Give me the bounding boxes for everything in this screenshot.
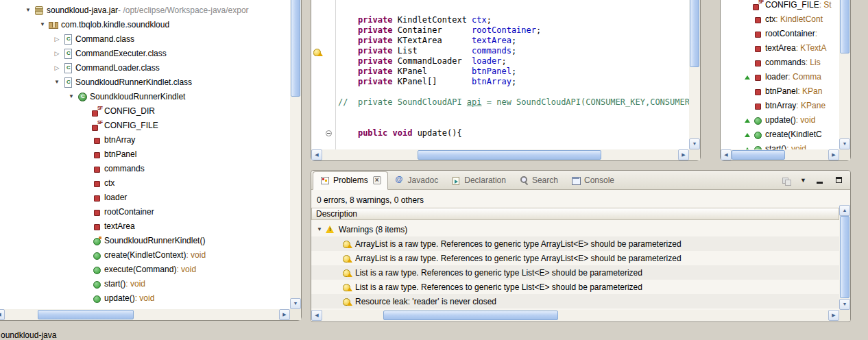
return-type-label: : void — [135, 293, 155, 303]
horizontal-scrollbar[interactable]: ◀ ▶ — [311, 149, 689, 160]
horizontal-scrollbar[interactable]: ◀ ▶ — [311, 310, 839, 321]
outline-item[interactable]: rootContainer : — [721, 26, 839, 40]
problem-row[interactable]: Resource leak: 'reader' is never closed — [311, 294, 839, 308]
scrollbar-thumb[interactable] — [38, 310, 134, 319]
tree-item[interactable]: ▷Command.class — [0, 32, 289, 46]
outline-item[interactable]: update() : void — [721, 112, 839, 127]
tree-item[interactable]: ▷CommandLoader.class — [0, 60, 289, 75]
tab-javadoc[interactable]: Javadoc — [388, 171, 445, 189]
outline-item[interactable]: ctx : KindletCont — [721, 12, 839, 26]
tree-item[interactable]: ▼SoundkloudRunnerKindlet — [0, 89, 289, 104]
description-column-header[interactable]: Description — [311, 208, 839, 220]
tree-item[interactable]: btnArray — [0, 132, 289, 147]
scroll-right-button[interactable]: ▶ — [678, 149, 689, 160]
outline-item[interactable]: CONFIG_FILE : St — [721, 0, 839, 12]
minimize-icon[interactable] — [815, 175, 825, 186]
tree-item[interactable]: ▼com.tbqlob.kindle.soundkloud — [0, 17, 289, 32]
problem-row[interactable]: List is a raw type. References to generi… — [311, 280, 839, 294]
scroll-down-button[interactable]: ▼ — [839, 138, 850, 149]
tree-item[interactable]: commands — [0, 161, 289, 175]
code-line — [338, 87, 689, 97]
collapse-arrow-icon[interactable]: ▼ — [66, 93, 77, 99]
outline-tree[interactable]: CONFIG_FILE : Stctx : KindletControotCon… — [721, 0, 839, 160]
problem-row[interactable]: List is a raw type. References to generi… — [311, 265, 839, 280]
tree-item[interactable]: ▼soundkloud-java.jar - /opt/eclipse/Work… — [0, 3, 289, 17]
tree-item[interactable]: ctx — [0, 175, 289, 190]
scroll-right-button[interactable]: ▶ — [828, 310, 839, 321]
tab-console[interactable]: Console — [564, 171, 620, 189]
tree-item[interactable]: create(KindletContext) : void — [0, 247, 289, 262]
vertical-scrollbar[interactable]: ▼ — [689, 0, 700, 149]
scrollbar-thumb[interactable] — [418, 150, 601, 160]
tab-label: Problems — [333, 175, 368, 185]
expand-arrow-icon[interactable]: ▷ — [51, 36, 62, 42]
tree-item[interactable]: loader — [0, 190, 289, 204]
outline-item[interactable]: textArea : KTextA — [721, 40, 839, 55]
scrollbar-thumb[interactable] — [291, 0, 300, 97]
fold-collapse-icon[interactable] — [326, 130, 332, 136]
scroll-right-button[interactable]: ▶ — [828, 149, 839, 160]
scroll-right-button[interactable]: ▶ — [279, 309, 290, 320]
outline-item[interactable]: btnPanel : KPan — [721, 84, 839, 98]
horizontal-scrollbar[interactable]: ◀ ▶ — [0, 309, 290, 320]
method-icon — [91, 264, 102, 275]
scroll-left-button[interactable]: ◀ — [721, 149, 732, 160]
tree-item[interactable]: start() : void — [0, 276, 289, 291]
vertical-scrollbar[interactable]: ▼ — [290, 0, 301, 309]
annotation-ruler[interactable] — [311, 0, 324, 149]
pin-icon[interactable] — [781, 175, 792, 186]
collapse-arrow-icon[interactable]: ▼ — [37, 21, 48, 27]
tree-item[interactable]: textArea — [0, 219, 289, 233]
package-explorer-tree[interactable]: ▼soundkloud-java.jar - /opt/eclipse/Work… — [0, 3, 289, 308]
field-icon — [91, 221, 102, 232]
collapse-arrow-icon[interactable]: ▼ — [51, 79, 62, 85]
outline-item[interactable]: loader : Comma — [721, 69, 839, 84]
outline-item[interactable]: btnArray : KPane — [721, 98, 839, 112]
scroll-left-button[interactable]: ◀ — [311, 310, 322, 321]
maximize-icon[interactable] — [834, 175, 845, 186]
outline-item[interactable]: create(KindletC — [721, 127, 839, 141]
expand-arrow-icon[interactable]: ▷ — [51, 64, 62, 71]
collapse-arrow-icon[interactable]: ▼ — [314, 226, 325, 232]
tree-item[interactable]: ▷CommandExecuter.class — [0, 46, 289, 60]
code-editor-area[interactable]: private KindletContext ctx; private Cont… — [337, 0, 689, 149]
vertical-scrollbar[interactable]: ▲ ▼ — [839, 205, 850, 310]
tree-item[interactable]: ▼SoundkloudRunnerKindlet.class — [0, 75, 289, 89]
tree-item[interactable]: rootContainer — [0, 204, 289, 219]
outline-indent — [741, 57, 752, 68]
scrollbar-thumb[interactable] — [840, 0, 849, 53]
sfield-icon — [91, 120, 102, 131]
scroll-up-button[interactable]: ▲ — [839, 205, 850, 216]
close-icon[interactable]: × — [373, 176, 381, 184]
expand-arrow-icon[interactable]: ▷ — [51, 50, 62, 57]
scroll-left-button[interactable]: ◀ — [311, 149, 322, 160]
problems-group-row[interactable]: ▼ Warnings (8 items) — [311, 222, 839, 236]
vertical-scrollbar[interactable]: ▼ — [839, 0, 850, 149]
scroll-down-button[interactable]: ▼ — [839, 299, 850, 310]
tab-search[interactable]: Search — [512, 171, 564, 189]
view-menu-icon[interactable]: ▼ — [800, 177, 806, 184]
tree-item[interactable]: btnPanel — [0, 147, 289, 161]
scrollbar-thumb[interactable] — [690, 0, 699, 67]
tree-item[interactable]: CONFIG_FILE — [0, 118, 289, 132]
scroll-down-button[interactable]: ▼ — [290, 298, 301, 309]
tab-problems[interactable]: Problems× — [313, 171, 388, 190]
scrollbar-thumb[interactable] — [840, 216, 849, 298]
tab-declaration[interactable]: Declaration — [444, 171, 512, 189]
scroll-left-button[interactable]: ◀ — [0, 309, 5, 320]
scrollbar-thumb[interactable] — [732, 150, 785, 160]
field-icon — [752, 86, 763, 97]
problem-row[interactable]: ArrayList is a raw type. References to g… — [311, 236, 839, 251]
problem-row[interactable]: ArrayList is a raw type. References to g… — [311, 251, 839, 265]
tree-item[interactable]: execute(Command) : void — [0, 262, 289, 276]
collapse-arrow-icon[interactable]: ▼ — [23, 7, 34, 13]
scroll-down-button[interactable]: ▼ — [689, 138, 700, 149]
scrollbar-thumb[interactable] — [383, 311, 558, 320]
scrollbar-corner — [839, 149, 850, 160]
tree-item[interactable]: CONFIG_DIR — [0, 104, 289, 118]
folding-margin[interactable] — [324, 0, 336, 149]
tree-item[interactable]: update() : void — [0, 291, 289, 305]
tree-item[interactable]: SoundkloudRunnerKindlet() — [0, 233, 289, 247]
horizontal-scrollbar[interactable]: ◀ ▶ — [721, 149, 839, 160]
outline-item[interactable]: commands : Lis — [721, 55, 839, 69]
